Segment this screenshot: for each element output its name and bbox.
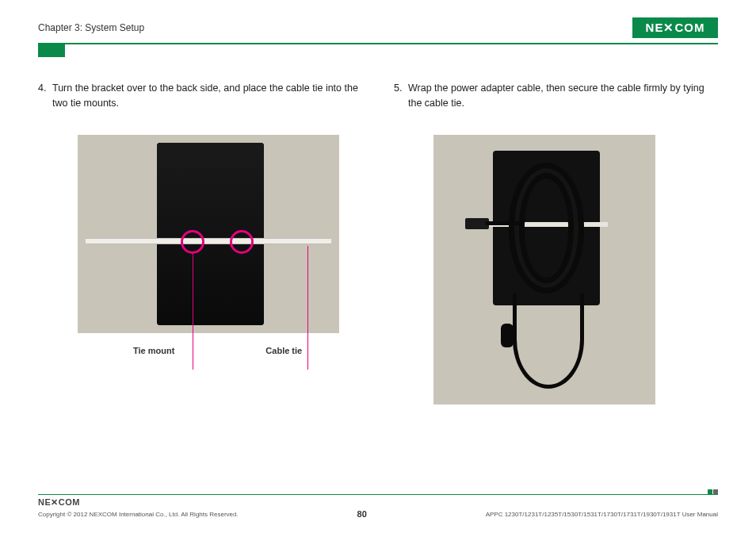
step-5-number: 5. [394,81,408,111]
annotation-circle-tie-mount-2 [230,230,254,254]
nexcom-logo-top: NE✕COM [632,17,718,38]
cable-plug [465,218,489,229]
figure-right [433,135,718,405]
cable-tie-strip [86,238,331,244]
leader-line-tie-mount [193,254,193,370]
right-column: 5. Wrap the power adapter cable, then se… [394,81,718,405]
photo-bracket-back [78,135,339,333]
photo-wrapped-cable [433,135,655,405]
footer-rule [38,494,718,495]
leader-line-cable-tie [307,246,308,370]
step-4-text: Turn the bracket over to the back side, … [52,81,362,111]
chapter-title: Chapter 3: System Setup [38,22,144,33]
step-4-number: 4. [38,81,52,111]
page-number: 80 [357,509,367,519]
label-tie-mount: Tie mount [133,344,174,358]
cable-loop [513,293,584,389]
footer: NE✕COM Copyright © 2012 NEXCOM Internati… [38,494,718,519]
cable-coil [509,163,584,293]
footer-square-icon [708,489,718,494]
step-5-text: Wrap the power adapter cable, then secur… [408,81,718,111]
left-column: 4. Turn the bracket over to the back sid… [38,81,362,405]
header-rule [38,43,718,44]
step-5: 5. Wrap the power adapter cable, then se… [394,81,718,111]
figure-left: Tie mount Cable tie [78,135,362,358]
green-tab [38,44,65,57]
nexcom-logo-bottom: NE✕COM [38,497,718,508]
copyright-text: Copyright © 2012 NEXCOM International Co… [38,511,239,518]
ferrite-bead [501,324,514,347]
annotation-circle-tie-mount-1 [181,230,204,254]
logo-text: NE✕COM [646,21,705,35]
step-4: 4. Turn the bracket over to the back sid… [38,81,362,111]
manual-title: APPC 1230T/1231T/1235T/1530T/1531T/1730T… [486,511,718,518]
label-cable-tie: Cable tie [265,344,302,358]
